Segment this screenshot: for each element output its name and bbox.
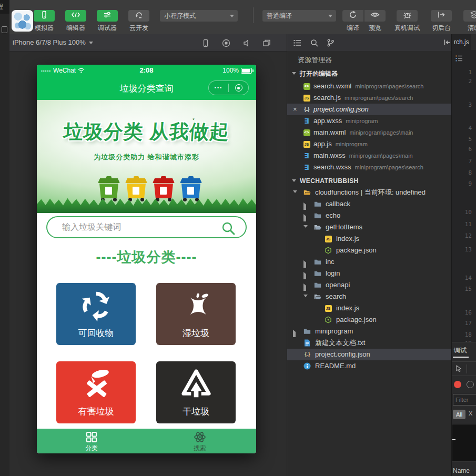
capsule-menu[interactable]: ••• [208,80,249,95]
phone-tabbar: 分类搜索 [37,429,256,453]
open-editor-main.wxss[interactable]: ∃main.wxssminiprogram\pages\main [287,150,452,161]
category-card-有害垃圾[interactable]: 有害垃圾 [56,361,136,423]
editor-tab[interactable]: rch.js [452,34,471,50]
tree-item-search[interactable]: search [287,291,452,302]
tab-分类[interactable]: 分类 [60,431,123,453]
explorer-toolbar [287,34,452,51]
rotate-device-icon[interactable] [201,38,210,48]
line-number: 2 [452,78,472,85]
file-list-icon[interactable] [293,38,302,47]
tree-item-miniprogram[interactable]: miniprogram [287,326,452,337]
open-editor-search.wxml[interactable]: <>search.wxmlminiprogram\pages\search [287,80,452,92]
mute-icon[interactable] [242,38,251,48]
tree-item-getHotItems[interactable]: getHotItems [287,221,452,233]
action-编译[interactable] [342,10,363,22]
node-icon [325,247,332,254]
tree-item-index.js[interactable]: JSindex.js [287,302,452,314]
clear-icon[interactable] [467,381,474,388]
category-card-湿垃圾[interactable]: 湿垃圾 [156,283,236,345]
phone-statusbar: ••••• WeChat 2:08 100% [37,65,256,76]
search-input[interactable] [61,219,219,235]
js-icon: JS [325,235,332,242]
toolbar-button-调试器[interactable] [97,10,118,22]
more-menu-icon[interactable]: ••• [209,85,228,90]
trash-bin-icon [154,178,174,201]
tree-item-echo[interactable]: echo [287,210,452,221]
toolbar-button-模拟器[interactable] [34,10,55,22]
toolbar-button-编辑器[interactable] [65,10,86,22]
collapse-sidebar-icon[interactable] [443,38,452,47]
mode-select[interactable]: 小程序模式 [160,10,238,22]
tree-item-project.config.json[interactable]: {..}project.config.json [287,349,452,360]
file-path: miniprogram [336,141,368,147]
tree-item-cloudfunctions[interactable]: cloudfunctions | 当前环境: undefined [287,187,452,198]
close-icon[interactable]: × [293,104,297,115]
file-path: miniprogram\pages\main [349,129,413,136]
open-editor-main.wxml[interactable]: <>main.wxmlminiprogram\pages\main [287,127,452,138]
search-icon[interactable] [220,220,236,238]
tree-item-index.js[interactable]: JSindex.js [287,233,452,245]
category-card-可回收物[interactable]: 可回收物 [56,283,136,345]
git-branch-icon[interactable] [326,38,335,47]
open-editor-app.js[interactable]: JSapp.jsminiprogram [287,138,452,150]
chevron-right-icon [303,284,306,291]
inspect-cursor-icon[interactable] [454,364,463,373]
project-section[interactable]: WECHATRUBBISH [287,175,452,187]
chevron-down-icon [89,42,93,44]
simulator-header: iPhone 6/7/8 Plus 100% [9,34,287,52]
search-box[interactable] [46,216,247,238]
tree-item-README.md[interactable]: README.md [287,360,452,372]
open-editors-section[interactable]: 打开的编辑器 [287,68,452,79]
action-切后台[interactable] [431,10,452,22]
open-editor-search.js[interactable]: JSsearch.jsminiprogram\pages\search [287,92,452,104]
tree-item-openapi[interactable]: openapi [287,279,452,291]
debugger-icon [103,11,112,21]
toolbar-button-云开发[interactable] [128,10,149,22]
line-number: 5 [452,136,472,143]
file-icon-wxss: ∃ [303,117,310,125]
tab-debug[interactable]: 调试 [454,346,467,355]
tree-item-name: getHotItems [326,221,362,233]
action-真机调试[interactable] [397,10,418,22]
tree-item-package.json[interactable]: package.json [287,245,452,256]
open-editor-project.config.json[interactable]: ×{..}project.config.json [287,104,452,115]
preview-icon [370,11,380,21]
file-path: miniprogram\pages\search [355,164,423,170]
window-icon[interactable] [2,26,7,33]
outline-icon[interactable] [455,54,463,65]
filter-all-pill[interactable]: All [453,410,465,419]
filter-input[interactable] [453,394,476,406]
device-selector[interactable]: iPhone 6/7/8 Plus 100% [13,38,93,46]
line-number: 16 [452,309,472,316]
open-editor-app.wxss[interactable]: ∃app.wxssminiprogram [287,115,452,127]
tree-item-name: index.js [336,302,359,314]
close-minimize-icon[interactable] [229,84,248,92]
tree-item-name: 新建文本文档.txt [315,337,365,349]
tree-item-login[interactable]: login [287,268,452,279]
tree-item-package.json[interactable]: package.json [287,314,452,326]
left-dock-strip: 程 [0,0,9,476]
project-name: WECHATRUBBISH [300,175,359,187]
multi-window-icon[interactable] [262,38,271,48]
tree-item-name: login [326,268,340,279]
record-button[interactable] [454,381,461,388]
tab-搜索[interactable]: 搜索 [168,431,231,453]
clipped-vertical-tab[interactable]: 程 [0,0,9,14]
tree-item-新建文本文档.txt[interactable]: 新建文本文档.txt [287,337,452,349]
file-icon-json: {..} [303,106,310,113]
tree-item-inc[interactable]: inc [287,256,452,268]
compile-mode-select[interactable]: 普通编译 [262,10,336,22]
network-list-box[interactable] [452,424,476,462]
section-label: 打开的编辑器 [300,68,338,79]
action-清缓[interactable] [463,10,476,22]
open-editor-search.wxss[interactable]: ∃search.wxssminiprogram\pages\search [287,161,452,173]
category-card-干垃圾[interactable]: 干垃圾 [156,361,236,423]
file-path: miniprogram [346,118,378,124]
record-icon[interactable] [221,38,231,48]
tree-item-callback[interactable]: callback [287,198,452,210]
search-icon[interactable] [310,38,319,47]
filter-xhr-partial[interactable]: X [469,410,472,417]
chevron-down-icon [292,72,296,75]
action-预览[interactable] [364,10,386,22]
trash-bin-icon [99,178,119,201]
